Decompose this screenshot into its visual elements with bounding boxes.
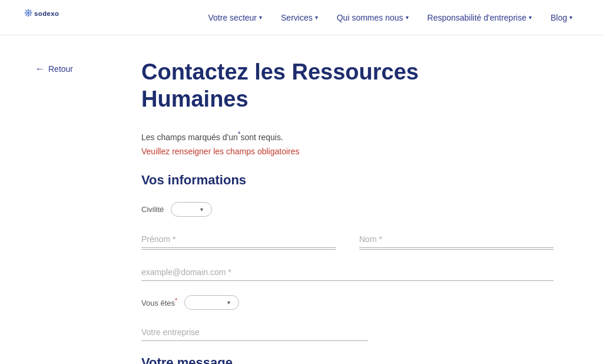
required-note: Les champs marqués d'un*sont requis. [141,130,554,142]
prenom-field: Prénom * [141,231,336,250]
civilite-select[interactable]: M. Mme [180,205,206,214]
main-content: ← Retour Contactez les Ressources Humain… [0,35,603,364]
vous-etes-select-wrapper[interactable]: Salarié Manager RH Autre ▾ [184,295,239,310]
error-message: Veuillez renseigner les champs obligatoi… [141,147,554,156]
svg-point-1 [28,12,29,14]
navbar: sodexo Votre secteur ▾ Services ▾ Qui so… [0,0,603,35]
entreprise-field-wrapper [141,324,554,341]
nom-input[interactable] [359,231,554,248]
nav-services[interactable]: Services ▾ [274,8,325,27]
nav-blog[interactable]: Blog ▾ [544,8,579,27]
chevron-down-icon: ▾ [315,14,318,21]
nav-votre-secteur[interactable]: Votre secteur ▾ [201,8,270,27]
prenom-input[interactable] [141,231,336,248]
section-message-title: Votre message [141,355,554,364]
sodexo-logo[interactable]: sodexo [24,6,77,29]
back-link-label: Retour [48,64,73,74]
logo[interactable]: sodexo [24,6,77,29]
prenom-nom-row: Prénom * Nom * [141,231,554,250]
chevron-down-icon: ▾ [406,14,409,21]
back-link[interactable]: ← Retour [35,64,141,74]
email-field-wrapper [141,264,554,281]
civilite-label: Civilité [141,205,164,214]
vous-etes-field: Vous êtes* Salarié Manager RH Autre ▾ [141,295,554,310]
form-container: Contactez les Ressources Humaines Les ch… [141,59,554,364]
message-section: Votre message Objet de votre demande* [141,355,554,364]
vous-etes-label: Vous êtes* [141,297,177,307]
nav-qui-sommes-nous[interactable]: Qui sommes nous ▾ [330,8,416,27]
section-info-title: Vos informations [141,173,554,188]
page-title: Contactez les Ressources Humaines [141,59,554,112]
civilite-field: Civilité M. Mme ▾ [141,202,554,217]
nav-responsabilite[interactable]: Responsabilité d'entreprise ▾ [420,8,539,27]
nom-field: Nom * [359,231,554,250]
chevron-down-icon: ▾ [569,14,572,21]
civilite-select-wrapper[interactable]: M. Mme ▾ [171,202,212,217]
email-input[interactable] [141,264,554,281]
vous-etes-select[interactable]: Salarié Manager RH Autre [193,298,233,307]
svg-text:sodexo: sodexo [34,9,59,16]
chevron-down-icon: ▾ [529,14,532,21]
nav-links: Votre secteur ▾ Services ▾ Qui sommes no… [201,8,579,27]
sidebar: ← Retour [35,59,141,364]
entreprise-input[interactable] [141,324,368,341]
chevron-down-icon: ▾ [259,14,262,21]
back-arrow-icon: ← [35,64,45,74]
